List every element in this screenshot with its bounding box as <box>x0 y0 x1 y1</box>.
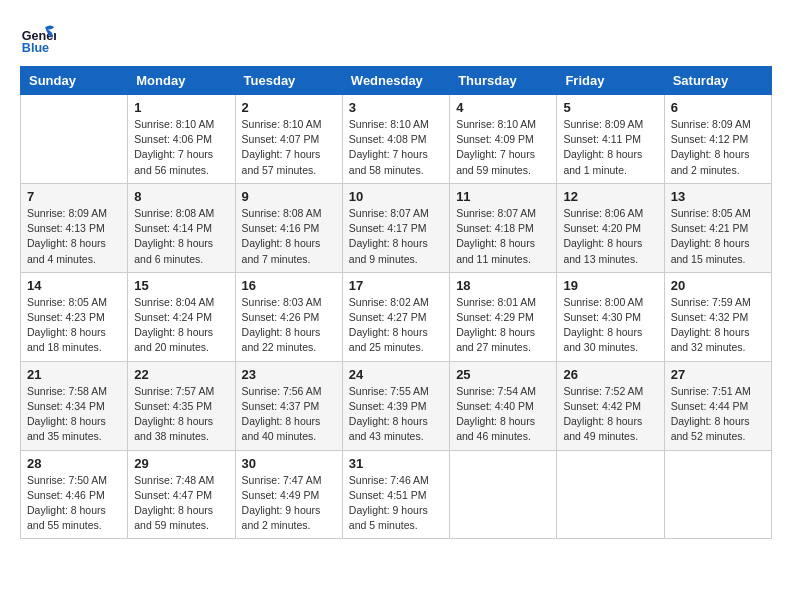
column-header-monday: Monday <box>128 67 235 95</box>
calendar-cell: 1Sunrise: 8:10 AMSunset: 4:06 PMDaylight… <box>128 95 235 184</box>
calendar-cell: 5Sunrise: 8:09 AMSunset: 4:11 PMDaylight… <box>557 95 664 184</box>
day-info: Sunrise: 8:08 AMSunset: 4:14 PMDaylight:… <box>134 206 228 267</box>
day-number: 24 <box>349 367 443 382</box>
day-number: 25 <box>456 367 550 382</box>
header: General Blue <box>20 20 772 56</box>
calendar-week-4: 21Sunrise: 7:58 AMSunset: 4:34 PMDayligh… <box>21 361 772 450</box>
day-number: 6 <box>671 100 765 115</box>
day-number: 27 <box>671 367 765 382</box>
calendar-cell: 18Sunrise: 8:01 AMSunset: 4:29 PMDayligh… <box>450 272 557 361</box>
day-info: Sunrise: 7:55 AMSunset: 4:39 PMDaylight:… <box>349 384 443 445</box>
svg-text:Blue: Blue <box>22 41 49 55</box>
column-header-saturday: Saturday <box>664 67 771 95</box>
calendar-cell: 11Sunrise: 8:07 AMSunset: 4:18 PMDayligh… <box>450 183 557 272</box>
day-info: Sunrise: 8:07 AMSunset: 4:17 PMDaylight:… <box>349 206 443 267</box>
calendar-cell: 3Sunrise: 8:10 AMSunset: 4:08 PMDaylight… <box>342 95 449 184</box>
calendar-header-row: SundayMondayTuesdayWednesdayThursdayFrid… <box>21 67 772 95</box>
day-info: Sunrise: 8:10 AMSunset: 4:07 PMDaylight:… <box>242 117 336 178</box>
calendar-cell: 24Sunrise: 7:55 AMSunset: 4:39 PMDayligh… <box>342 361 449 450</box>
day-number: 30 <box>242 456 336 471</box>
day-info: Sunrise: 8:10 AMSunset: 4:08 PMDaylight:… <box>349 117 443 178</box>
day-info: Sunrise: 8:09 AMSunset: 4:12 PMDaylight:… <box>671 117 765 178</box>
calendar-week-3: 14Sunrise: 8:05 AMSunset: 4:23 PMDayligh… <box>21 272 772 361</box>
day-info: Sunrise: 8:04 AMSunset: 4:24 PMDaylight:… <box>134 295 228 356</box>
day-info: Sunrise: 7:54 AMSunset: 4:40 PMDaylight:… <box>456 384 550 445</box>
column-header-friday: Friday <box>557 67 664 95</box>
day-number: 18 <box>456 278 550 293</box>
day-info: Sunrise: 8:02 AMSunset: 4:27 PMDaylight:… <box>349 295 443 356</box>
calendar-cell: 10Sunrise: 8:07 AMSunset: 4:17 PMDayligh… <box>342 183 449 272</box>
calendar-cell: 30Sunrise: 7:47 AMSunset: 4:49 PMDayligh… <box>235 450 342 539</box>
day-number: 17 <box>349 278 443 293</box>
day-number: 4 <box>456 100 550 115</box>
day-info: Sunrise: 7:47 AMSunset: 4:49 PMDaylight:… <box>242 473 336 534</box>
day-number: 11 <box>456 189 550 204</box>
calendar-cell: 14Sunrise: 8:05 AMSunset: 4:23 PMDayligh… <box>21 272 128 361</box>
calendar-cell: 8Sunrise: 8:08 AMSunset: 4:14 PMDaylight… <box>128 183 235 272</box>
calendar-cell: 28Sunrise: 7:50 AMSunset: 4:46 PMDayligh… <box>21 450 128 539</box>
calendar-cell: 17Sunrise: 8:02 AMSunset: 4:27 PMDayligh… <box>342 272 449 361</box>
day-info: Sunrise: 8:03 AMSunset: 4:26 PMDaylight:… <box>242 295 336 356</box>
day-info: Sunrise: 8:06 AMSunset: 4:20 PMDaylight:… <box>563 206 657 267</box>
calendar-cell: 19Sunrise: 8:00 AMSunset: 4:30 PMDayligh… <box>557 272 664 361</box>
day-number: 23 <box>242 367 336 382</box>
day-number: 9 <box>242 189 336 204</box>
day-info: Sunrise: 7:59 AMSunset: 4:32 PMDaylight:… <box>671 295 765 356</box>
day-info: Sunrise: 7:52 AMSunset: 4:42 PMDaylight:… <box>563 384 657 445</box>
day-number: 10 <box>349 189 443 204</box>
day-info: Sunrise: 7:56 AMSunset: 4:37 PMDaylight:… <box>242 384 336 445</box>
calendar-cell: 7Sunrise: 8:09 AMSunset: 4:13 PMDaylight… <box>21 183 128 272</box>
logo: General Blue <box>20 20 60 56</box>
calendar-cell: 23Sunrise: 7:56 AMSunset: 4:37 PMDayligh… <box>235 361 342 450</box>
calendar-cell: 12Sunrise: 8:06 AMSunset: 4:20 PMDayligh… <box>557 183 664 272</box>
logo-icon: General Blue <box>20 20 56 56</box>
day-number: 14 <box>27 278 121 293</box>
day-info: Sunrise: 8:05 AMSunset: 4:23 PMDaylight:… <box>27 295 121 356</box>
day-number: 31 <box>349 456 443 471</box>
calendar-table: SundayMondayTuesdayWednesdayThursdayFrid… <box>20 66 772 539</box>
day-number: 12 <box>563 189 657 204</box>
day-info: Sunrise: 8:10 AMSunset: 4:09 PMDaylight:… <box>456 117 550 178</box>
day-info: Sunrise: 7:48 AMSunset: 4:47 PMDaylight:… <box>134 473 228 534</box>
day-info: Sunrise: 8:01 AMSunset: 4:29 PMDaylight:… <box>456 295 550 356</box>
day-info: Sunrise: 8:09 AMSunset: 4:13 PMDaylight:… <box>27 206 121 267</box>
day-number: 15 <box>134 278 228 293</box>
day-info: Sunrise: 7:51 AMSunset: 4:44 PMDaylight:… <box>671 384 765 445</box>
calendar-cell: 13Sunrise: 8:05 AMSunset: 4:21 PMDayligh… <box>664 183 771 272</box>
calendar-cell: 26Sunrise: 7:52 AMSunset: 4:42 PMDayligh… <box>557 361 664 450</box>
calendar-cell: 4Sunrise: 8:10 AMSunset: 4:09 PMDaylight… <box>450 95 557 184</box>
column-header-thursday: Thursday <box>450 67 557 95</box>
calendar-cell <box>557 450 664 539</box>
calendar-cell <box>21 95 128 184</box>
day-info: Sunrise: 8:09 AMSunset: 4:11 PMDaylight:… <box>563 117 657 178</box>
day-number: 26 <box>563 367 657 382</box>
day-number: 29 <box>134 456 228 471</box>
day-info: Sunrise: 8:00 AMSunset: 4:30 PMDaylight:… <box>563 295 657 356</box>
day-info: Sunrise: 7:50 AMSunset: 4:46 PMDaylight:… <box>27 473 121 534</box>
day-number: 2 <box>242 100 336 115</box>
day-info: Sunrise: 8:10 AMSunset: 4:06 PMDaylight:… <box>134 117 228 178</box>
day-info: Sunrise: 8:05 AMSunset: 4:21 PMDaylight:… <box>671 206 765 267</box>
calendar-cell: 15Sunrise: 8:04 AMSunset: 4:24 PMDayligh… <box>128 272 235 361</box>
day-number: 3 <box>349 100 443 115</box>
calendar-cell: 21Sunrise: 7:58 AMSunset: 4:34 PMDayligh… <box>21 361 128 450</box>
calendar-cell: 9Sunrise: 8:08 AMSunset: 4:16 PMDaylight… <box>235 183 342 272</box>
day-number: 20 <box>671 278 765 293</box>
column-header-sunday: Sunday <box>21 67 128 95</box>
calendar-week-5: 28Sunrise: 7:50 AMSunset: 4:46 PMDayligh… <box>21 450 772 539</box>
calendar-cell: 16Sunrise: 8:03 AMSunset: 4:26 PMDayligh… <box>235 272 342 361</box>
day-number: 13 <box>671 189 765 204</box>
calendar-cell: 27Sunrise: 7:51 AMSunset: 4:44 PMDayligh… <box>664 361 771 450</box>
calendar-week-2: 7Sunrise: 8:09 AMSunset: 4:13 PMDaylight… <box>21 183 772 272</box>
calendar-week-1: 1Sunrise: 8:10 AMSunset: 4:06 PMDaylight… <box>21 95 772 184</box>
day-number: 28 <box>27 456 121 471</box>
day-number: 19 <box>563 278 657 293</box>
day-number: 16 <box>242 278 336 293</box>
day-info: Sunrise: 8:08 AMSunset: 4:16 PMDaylight:… <box>242 206 336 267</box>
calendar-cell: 31Sunrise: 7:46 AMSunset: 4:51 PMDayligh… <box>342 450 449 539</box>
day-number: 5 <box>563 100 657 115</box>
day-number: 1 <box>134 100 228 115</box>
day-info: Sunrise: 7:58 AMSunset: 4:34 PMDaylight:… <box>27 384 121 445</box>
day-number: 8 <box>134 189 228 204</box>
day-number: 22 <box>134 367 228 382</box>
